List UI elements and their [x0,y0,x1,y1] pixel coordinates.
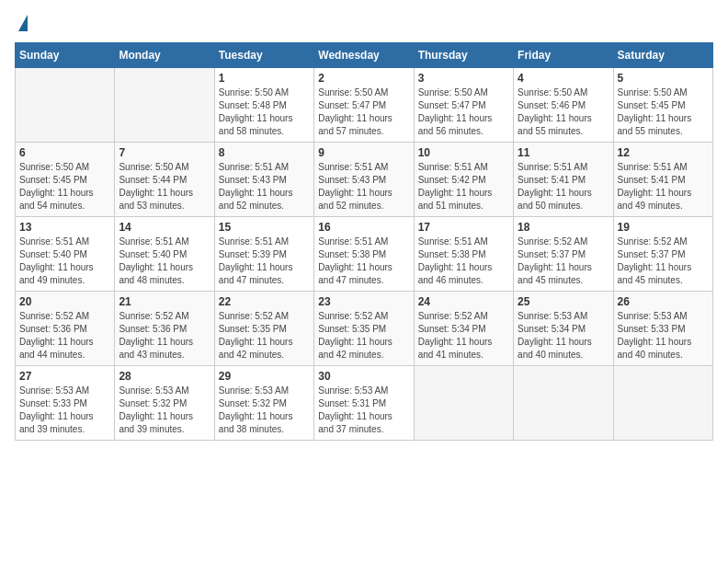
day-number: 6 [19,146,110,159]
day-number: 4 [518,72,609,85]
calendar-cell: 15Sunrise: 5:51 AMSunset: 5:39 PMDayligh… [214,217,313,292]
calendar-cell: 8Sunrise: 5:51 AMSunset: 5:43 PMDaylight… [214,143,313,217]
day-info: Sunrise: 5:53 AMSunset: 5:32 PMDaylight:… [219,385,310,436]
day-number: 16 [318,221,409,234]
calendar-cell: 5Sunrise: 5:50 AMSunset: 5:45 PMDaylight… [613,68,712,143]
day-info: Sunrise: 5:51 AMSunset: 5:38 PMDaylight:… [418,236,509,287]
day-info: Sunrise: 5:51 AMSunset: 5:43 PMDaylight:… [219,161,310,213]
logo-triangle-icon [18,15,28,31]
day-info: Sunrise: 5:51 AMSunset: 5:41 PMDaylight:… [518,161,609,213]
weekday-header: Wednesday [314,43,414,68]
day-info: Sunrise: 5:51 AMSunset: 5:43 PMDaylight:… [318,161,409,213]
calendar-cell [613,366,712,441]
calendar-cell: 7Sunrise: 5:50 AMSunset: 5:44 PMDaylight… [115,143,214,217]
day-info: Sunrise: 5:52 AMSunset: 5:34 PMDaylight:… [418,310,509,362]
day-info: Sunrise: 5:51 AMSunset: 5:40 PMDaylight:… [19,236,110,287]
day-info: Sunrise: 5:52 AMSunset: 5:37 PMDaylight:… [518,236,609,287]
weekday-header: Saturday [613,43,712,68]
day-info: Sunrise: 5:53 AMSunset: 5:33 PMDaylight:… [19,385,110,436]
day-number: 7 [119,146,210,159]
day-info: Sunrise: 5:52 AMSunset: 5:35 PMDaylight:… [219,310,310,362]
day-info: Sunrise: 5:51 AMSunset: 5:38 PMDaylight:… [318,236,409,287]
weekday-header: Thursday [414,43,513,68]
day-info: Sunrise: 5:53 AMSunset: 5:31 PMDaylight:… [318,385,409,436]
calendar-cell: 16Sunrise: 5:51 AMSunset: 5:38 PMDayligh… [314,217,414,292]
calendar-cell: 30Sunrise: 5:53 AMSunset: 5:31 PMDayligh… [314,366,414,441]
day-info: Sunrise: 5:50 AMSunset: 5:45 PMDaylight:… [19,161,110,213]
calendar-cell: 29Sunrise: 5:53 AMSunset: 5:32 PMDayligh… [214,366,313,441]
day-number: 21 [119,295,210,308]
calendar-cell: 1Sunrise: 5:50 AMSunset: 5:48 PMDaylight… [214,68,313,143]
calendar-cell: 27Sunrise: 5:53 AMSunset: 5:33 PMDayligh… [16,366,115,441]
day-number: 19 [618,221,709,234]
day-number: 13 [19,221,110,234]
calendar-cell: 19Sunrise: 5:52 AMSunset: 5:37 PMDayligh… [613,217,712,292]
day-number: 22 [219,295,310,308]
day-number: 12 [618,146,709,159]
day-number: 27 [19,370,110,383]
calendar-cell: 28Sunrise: 5:53 AMSunset: 5:32 PMDayligh… [115,366,214,441]
day-number: 25 [518,295,609,308]
calendar-cell [414,366,513,441]
day-info: Sunrise: 5:53 AMSunset: 5:32 PMDaylight:… [119,385,210,436]
weekday-header: Sunday [16,43,115,68]
calendar-cell: 9Sunrise: 5:51 AMSunset: 5:43 PMDaylight… [314,143,414,217]
calendar-cell: 13Sunrise: 5:51 AMSunset: 5:40 PMDayligh… [16,217,115,292]
day-info: Sunrise: 5:51 AMSunset: 5:40 PMDaylight:… [119,236,210,287]
day-info: Sunrise: 5:50 AMSunset: 5:44 PMDaylight:… [119,161,210,213]
calendar-cell: 2Sunrise: 5:50 AMSunset: 5:47 PMDaylight… [314,68,414,143]
day-number: 5 [618,72,709,85]
day-number: 15 [219,221,310,234]
day-number: 17 [418,221,509,234]
day-info: Sunrise: 5:51 AMSunset: 5:42 PMDaylight:… [418,161,509,213]
day-number: 2 [318,72,409,85]
day-number: 24 [418,295,509,308]
calendar-cell: 21Sunrise: 5:52 AMSunset: 5:36 PMDayligh… [115,292,214,366]
day-info: Sunrise: 5:50 AMSunset: 5:48 PMDaylight:… [219,86,310,138]
day-info: Sunrise: 5:50 AMSunset: 5:45 PMDaylight:… [618,86,709,138]
calendar-cell: 24Sunrise: 5:52 AMSunset: 5:34 PMDayligh… [414,292,513,366]
calendar-cell: 17Sunrise: 5:51 AMSunset: 5:38 PMDayligh… [414,217,513,292]
day-info: Sunrise: 5:52 AMSunset: 5:36 PMDaylight:… [119,310,210,362]
calendar-cell: 10Sunrise: 5:51 AMSunset: 5:42 PMDayligh… [414,143,513,217]
weekday-header: Friday [514,43,613,68]
calendar-cell: 20Sunrise: 5:52 AMSunset: 5:36 PMDayligh… [16,292,115,366]
calendar-cell [514,366,613,441]
day-info: Sunrise: 5:53 AMSunset: 5:34 PMDaylight:… [518,310,609,362]
calendar-table: SundayMondayTuesdayWednesdayThursdayFrid… [15,42,713,441]
logo [15,15,28,31]
calendar-cell: 14Sunrise: 5:51 AMSunset: 5:40 PMDayligh… [115,217,214,292]
day-info: Sunrise: 5:51 AMSunset: 5:41 PMDaylight:… [618,161,709,213]
calendar-cell: 22Sunrise: 5:52 AMSunset: 5:35 PMDayligh… [214,292,313,366]
day-info: Sunrise: 5:52 AMSunset: 5:35 PMDaylight:… [318,310,409,362]
day-info: Sunrise: 5:52 AMSunset: 5:36 PMDaylight:… [19,310,110,362]
calendar-cell: 11Sunrise: 5:51 AMSunset: 5:41 PMDayligh… [514,143,613,217]
calendar-cell: 25Sunrise: 5:53 AMSunset: 5:34 PMDayligh… [514,292,613,366]
day-number: 10 [418,146,509,159]
day-number: 29 [219,370,310,383]
calendar-cell: 4Sunrise: 5:50 AMSunset: 5:46 PMDaylight… [514,68,613,143]
calendar-cell: 26Sunrise: 5:53 AMSunset: 5:33 PMDayligh… [613,292,712,366]
calendar-week-row: 27Sunrise: 5:53 AMSunset: 5:33 PMDayligh… [16,366,713,441]
day-number: 23 [318,295,409,308]
calendar-header-row: SundayMondayTuesdayWednesdayThursdayFrid… [16,43,713,68]
day-info: Sunrise: 5:50 AMSunset: 5:47 PMDaylight:… [318,86,409,138]
weekday-header: Tuesday [214,43,313,68]
day-number: 1 [219,72,310,85]
day-number: 28 [119,370,210,383]
page-header [15,15,713,31]
calendar-cell: 12Sunrise: 5:51 AMSunset: 5:41 PMDayligh… [613,143,712,217]
day-number: 14 [119,221,210,234]
day-number: 30 [318,370,409,383]
weekday-header: Monday [115,43,214,68]
calendar-week-row: 13Sunrise: 5:51 AMSunset: 5:40 PMDayligh… [16,217,713,292]
day-number: 20 [19,295,110,308]
day-number: 18 [518,221,609,234]
calendar-week-row: 20Sunrise: 5:52 AMSunset: 5:36 PMDayligh… [16,292,713,366]
calendar-cell: 3Sunrise: 5:50 AMSunset: 5:47 PMDaylight… [414,68,513,143]
day-info: Sunrise: 5:51 AMSunset: 5:39 PMDaylight:… [219,236,310,287]
day-number: 11 [518,146,609,159]
calendar-cell [115,68,214,143]
calendar-cell [16,68,115,143]
calendar-cell: 6Sunrise: 5:50 AMSunset: 5:45 PMDaylight… [16,143,115,217]
